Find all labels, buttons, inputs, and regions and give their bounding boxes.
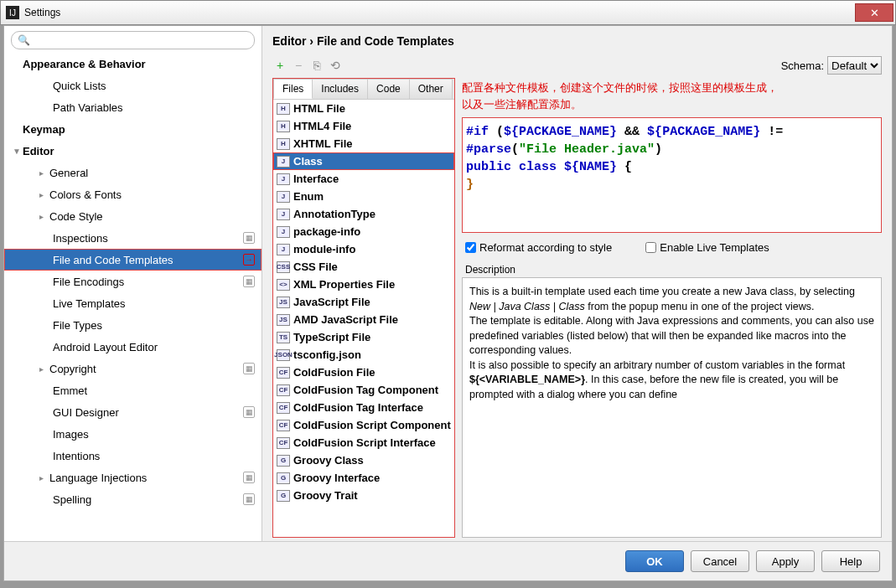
tree-copyright[interactable]: ▸Copyright▦ bbox=[4, 358, 262, 379]
template-label: tsconfig.json bbox=[293, 348, 361, 361]
tree-quick-lists[interactable]: Quick Lists bbox=[4, 75, 262, 96]
schema-select[interactable]: Default bbox=[827, 56, 882, 75]
template-item[interactable]: CFColdFusion File bbox=[273, 364, 454, 381]
file-type-icon: CF bbox=[277, 437, 290, 449]
template-label: AnnotationType bbox=[293, 208, 375, 220]
template-item[interactable]: Jpackage-info bbox=[273, 223, 454, 240]
close-button[interactable]: ✕ bbox=[855, 3, 893, 22]
reformat-checkbox[interactable]: Reformat according to style bbox=[465, 241, 612, 254]
template-item[interactable]: JSONtsconfig.json bbox=[273, 346, 454, 364]
template-item[interactable]: GGroovy Class bbox=[273, 451, 454, 469]
template-item[interactable]: JSAMD JavaScript File bbox=[273, 311, 454, 328]
template-item[interactable]: GGroovy Interface bbox=[273, 469, 454, 487]
tab-code[interactable]: Code bbox=[367, 79, 410, 99]
code-editor[interactable]: #if (${PACKAGE_NAME} && ${PACKAGE_NAME} … bbox=[462, 117, 882, 233]
dialog-footer: OK Cancel Apply Help bbox=[4, 541, 892, 580]
tree-appearance[interactable]: Appearance & Behavior bbox=[4, 53, 262, 75]
template-label: XML Properties File bbox=[293, 278, 395, 291]
file-type-icon: JSON bbox=[277, 349, 290, 361]
template-label: Groovy Interface bbox=[293, 472, 380, 484]
template-item[interactable]: JAnnotationType bbox=[273, 205, 454, 223]
copy-button[interactable]: ⎘ bbox=[309, 58, 324, 73]
tree-file-encodings[interactable]: File Encodings▦ bbox=[4, 271, 262, 292]
settings-tree-panel: 🔍 Appearance & Behavior Quick Lists Path… bbox=[4, 26, 262, 541]
tree-path-variables[interactable]: Path Variables bbox=[4, 96, 262, 118]
template-item[interactable]: JEnum bbox=[273, 188, 454, 205]
search-input[interactable] bbox=[11, 31, 255, 49]
template-label: Enum bbox=[293, 190, 324, 203]
app-icon: IJ bbox=[6, 6, 19, 19]
template-item[interactable]: HXHTML File bbox=[273, 135, 454, 152]
description-label: Description bbox=[462, 262, 882, 277]
tab-includes[interactable]: Includes bbox=[312, 79, 368, 99]
ok-button[interactable]: OK bbox=[625, 550, 684, 572]
add-button[interactable]: + bbox=[272, 58, 287, 73]
template-item[interactable]: CFColdFusion Tag Interface bbox=[273, 399, 454, 416]
template-label: package-info bbox=[293, 225, 360, 238]
file-type-icon: J bbox=[277, 156, 290, 168]
remove-button[interactable]: − bbox=[291, 58, 306, 73]
tree-editor[interactable]: ▼Editor bbox=[4, 140, 262, 162]
tree-file-templates[interactable]: File and Code Templates→ bbox=[4, 249, 262, 271]
tree-keymap[interactable]: Keymap bbox=[4, 118, 262, 140]
template-item[interactable]: CFColdFusion Script Component bbox=[273, 416, 454, 434]
tree-code-style[interactable]: ▸Code Style bbox=[4, 205, 262, 227]
tree-images[interactable]: Images bbox=[4, 423, 262, 445]
template-label: XHTML File bbox=[293, 137, 353, 150]
file-type-icon: CF bbox=[277, 367, 290, 379]
file-type-icon: H bbox=[277, 138, 290, 150]
tree-language-injections[interactable]: ▸Language Injections▦ bbox=[4, 467, 262, 488]
template-item[interactable]: GGroovy Trait bbox=[273, 487, 454, 504]
cancel-button[interactable]: Cancel bbox=[691, 550, 749, 572]
template-label: HTML4 File bbox=[293, 120, 351, 132]
refresh-button[interactable]: ⟲ bbox=[328, 58, 343, 73]
template-label: Class bbox=[293, 155, 323, 168]
template-item[interactable]: CFColdFusion Script Interface bbox=[273, 434, 454, 451]
file-type-icon: JS bbox=[277, 314, 290, 326]
tree-colors-fonts[interactable]: ▸Colors & Fonts bbox=[4, 183, 262, 205]
description-box: This is a built-in template used each ti… bbox=[462, 277, 882, 538]
annotation-text: 配置各种文件模板，创建这个文件的时候，按照这里的模板生成，以及一些注解配置添加。 bbox=[462, 78, 882, 117]
template-label: ColdFusion Tag Component bbox=[293, 384, 438, 396]
template-item[interactable]: Jmodule-info bbox=[273, 240, 454, 258]
file-type-icon: J bbox=[277, 191, 290, 203]
tree-spelling[interactable]: Spelling▦ bbox=[4, 488, 262, 510]
template-item[interactable]: JSJavaScript File bbox=[273, 293, 454, 311]
tree-intentions[interactable]: Intentions bbox=[4, 445, 262, 467]
tree-gui-designer[interactable]: GUI Designer▦ bbox=[4, 401, 262, 423]
templates-column: Files Includes Code Other HHTML FileHHTM… bbox=[272, 78, 455, 538]
template-item[interactable]: HHTML4 File bbox=[273, 117, 454, 135]
tree-general[interactable]: ▸General bbox=[4, 162, 262, 183]
tree-android-layout[interactable]: Android Layout Editor bbox=[4, 336, 262, 358]
help-button[interactable]: Help bbox=[821, 550, 880, 572]
template-item[interactable]: HHTML File bbox=[273, 100, 454, 117]
templates-list[interactable]: HHTML FileHHTML4 FileHXHTML FileJClassJI… bbox=[273, 100, 454, 537]
file-type-icon: G bbox=[277, 472, 290, 484]
template-item[interactable]: TSTypeScript File bbox=[273, 328, 454, 346]
tree-file-types[interactable]: File Types bbox=[4, 314, 262, 336]
tree-emmet[interactable]: Emmet bbox=[4, 379, 262, 401]
template-label: module-info bbox=[293, 243, 355, 255]
tab-other[interactable]: Other bbox=[409, 79, 453, 99]
template-item[interactable]: JInterface bbox=[273, 170, 454, 188]
tree-inspections[interactable]: Inspections▦ bbox=[4, 227, 262, 249]
file-type-icon: J bbox=[277, 209, 290, 220]
badge-icon: ▦ bbox=[243, 232, 255, 244]
template-label: ColdFusion Script Component bbox=[293, 419, 451, 431]
badge-icon: ▦ bbox=[243, 276, 255, 287]
file-type-icon: H bbox=[277, 103, 290, 115]
template-item[interactable]: CSSCSS File bbox=[273, 258, 454, 276]
live-templates-checkbox[interactable]: Enable Live Templates bbox=[645, 241, 769, 254]
template-item[interactable]: <>XML Properties File bbox=[273, 276, 454, 293]
file-type-icon: J bbox=[277, 244, 290, 255]
template-item[interactable]: CFColdFusion Tag Component bbox=[273, 381, 454, 399]
toolbar: + − ⎘ ⟲ Schema: Default bbox=[262, 54, 892, 78]
template-label: AMD JavaScript File bbox=[293, 313, 398, 326]
titlebar: IJ Settings ✕ bbox=[0, 0, 896, 25]
tab-files[interactable]: Files bbox=[273, 79, 313, 99]
apply-button[interactable]: Apply bbox=[756, 550, 815, 572]
template-item[interactable]: JClass bbox=[273, 152, 454, 170]
breadcrumb: Editor › File and Code Templates bbox=[262, 26, 892, 54]
file-type-icon: G bbox=[277, 455, 290, 467]
tree-live-templates[interactable]: Live Templates bbox=[4, 292, 262, 314]
